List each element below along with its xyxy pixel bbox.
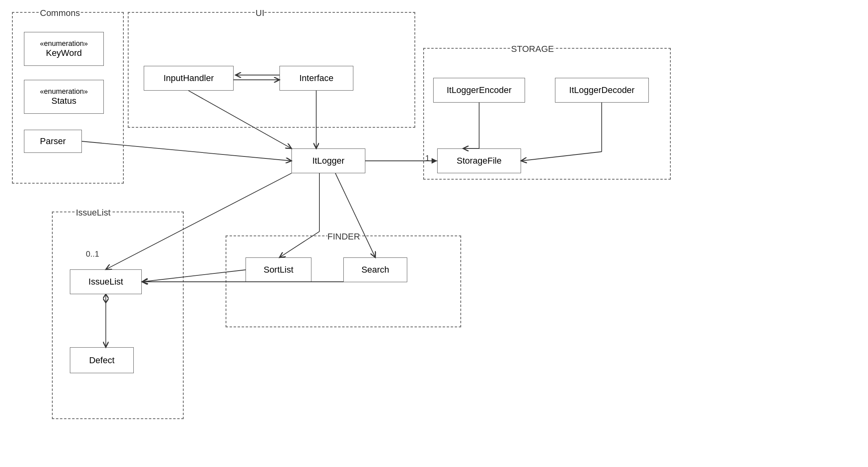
package-ui-label: UI	[256, 8, 264, 18]
box-itlogger: ItLogger	[291, 148, 365, 173]
box-status: «enumeration»Status	[24, 80, 104, 114]
box-itloggerencoder: ItLoggerEncoder	[433, 78, 525, 103]
box-inputhandler: InputHandler	[144, 66, 234, 91]
diagram-container: Commons UI STORAGE FINDER IssueList «enu…	[0, 0, 868, 467]
box-storagefile: StorageFile	[437, 148, 521, 173]
box-issuelist: IssueList	[70, 269, 142, 294]
box-defect: Defect	[70, 347, 134, 373]
box-search: Search	[343, 257, 407, 282]
package-storage-label: STORAGE	[511, 44, 554, 54]
box-itloggerdecoder: ItLoggerDecoder	[555, 78, 649, 103]
box-parser: Parser	[24, 130, 82, 153]
package-finder-label: FINDER	[327, 232, 360, 242]
box-keyword: «enumeration»KeyWord	[24, 32, 104, 66]
package-issuelist	[52, 212, 184, 419]
multiplicity-01: 0..1	[86, 249, 99, 259]
box-interface: Interface	[279, 66, 353, 91]
package-issuelist-label: IssueList	[76, 208, 111, 218]
package-commons-label: Commons	[40, 8, 80, 18]
multiplicity-1: 1	[425, 154, 430, 163]
box-sortlist: SortList	[246, 257, 311, 282]
